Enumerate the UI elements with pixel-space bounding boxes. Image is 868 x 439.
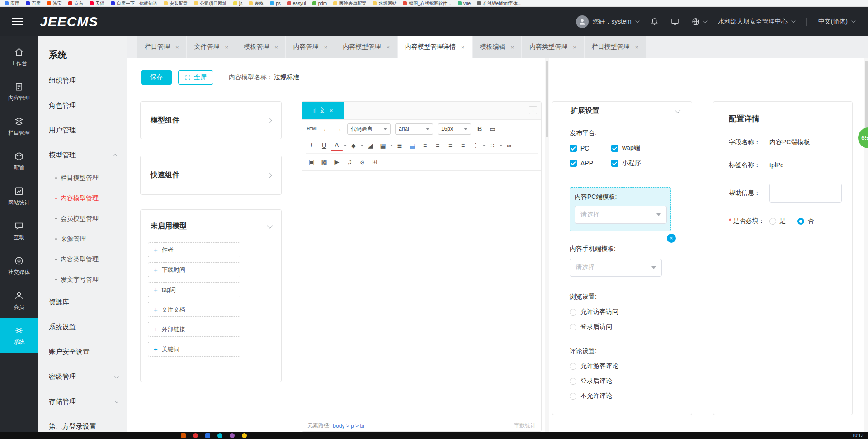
tab-template-mgmt[interactable]: 模板管理× bbox=[236, 36, 285, 58]
menu-item-users[interactable]: 用户管理 bbox=[38, 118, 127, 143]
remove-field-button[interactable]: × bbox=[667, 234, 676, 243]
checkbox-wap[interactable]: wap端 bbox=[611, 144, 653, 152]
add-field-library-doc[interactable]: +文库文档 bbox=[148, 302, 240, 317]
radio-icon[interactable] bbox=[570, 309, 576, 316]
bookmark-item[interactable]: 医院表单配置 bbox=[333, 0, 366, 7]
bookmark-item[interactable]: 安装配置 bbox=[164, 0, 188, 7]
bookmark-item[interactable]: 抠图_在线抠图软件... bbox=[403, 0, 451, 7]
model-components-card[interactable]: 模型组件 bbox=[140, 101, 282, 139]
bookmark-item[interactable]: ps bbox=[270, 0, 281, 7]
image-icon[interactable]: ▣ bbox=[306, 156, 317, 168]
checkbox-app[interactable]: APP bbox=[570, 160, 611, 167]
bookmark-item[interactable]: 自度一下，你就知道 bbox=[111, 0, 157, 7]
checkbox-checked-icon[interactable] bbox=[611, 160, 618, 167]
sidebar-item-stats[interactable]: 网站统计 bbox=[0, 179, 38, 214]
dropdown-caret[interactable] bbox=[483, 145, 486, 146]
taskbar-app-icon[interactable] bbox=[205, 433, 210, 438]
tab-content-mgmt[interactable]: 内容管理× bbox=[286, 36, 335, 58]
tab-content-model-mgmt[interactable]: 内容模型管理× bbox=[335, 36, 397, 58]
sidebar-item-workbench[interactable]: 工作台 bbox=[0, 40, 38, 75]
map-icon[interactable]: ⊞ bbox=[369, 156, 381, 168]
menu-item-column-model[interactable]: 栏目模型管理 bbox=[38, 168, 127, 188]
underline-icon[interactable]: U bbox=[318, 140, 330, 151]
tab-content-model-detail[interactable]: 内容模型管理详情× bbox=[398, 36, 472, 58]
editor-content-area[interactable] bbox=[302, 171, 541, 420]
bookmark-item[interactable]: pdm bbox=[312, 0, 327, 7]
radio-icon[interactable] bbox=[570, 393, 576, 400]
taskbar-app-icon[interactable] bbox=[242, 433, 247, 438]
monitor-icon[interactable] bbox=[670, 17, 679, 26]
bookmark-item[interactable]: 水坝网站 bbox=[373, 0, 396, 7]
menu-item-content-model[interactable]: 内容模型管理 bbox=[38, 188, 127, 208]
sidebar-item-interaction[interactable]: 互动 bbox=[0, 214, 38, 249]
bookmark-item[interactable]: 天猫 bbox=[90, 0, 104, 7]
align-center-icon[interactable]: ≡ bbox=[432, 140, 443, 151]
checkbox-checked-icon[interactable] bbox=[611, 145, 618, 152]
add-editor-tab-button[interactable]: + bbox=[529, 106, 537, 114]
pc-template-select[interactable]: 请选择 bbox=[575, 206, 667, 224]
editor-tab-body-text[interactable]: 正文× bbox=[302, 102, 344, 119]
bookmark-item[interactable]: 表格 bbox=[249, 0, 264, 7]
add-field-external-link[interactable]: +外部链接 bbox=[148, 322, 240, 337]
menu-item-doc-number[interactable]: 发文字号管理 bbox=[38, 269, 127, 290]
sidebar-item-social[interactable]: 社交媒体 bbox=[0, 249, 38, 283]
globe-icon[interactable] bbox=[691, 17, 706, 26]
radio-login-access[interactable]: 登录后访问 bbox=[570, 323, 681, 331]
menu-item-account-security[interactable]: 账户安全设置 bbox=[38, 340, 127, 364]
pc-template-field-selected[interactable]: 内容PC端模板: 请选择 × bbox=[570, 187, 671, 231]
close-icon[interactable]: × bbox=[573, 44, 576, 51]
menu-item-roles[interactable]: 角色管理 bbox=[38, 93, 127, 118]
middle-scrollbar[interactable] bbox=[545, 58, 549, 432]
fullscreen-button[interactable]: 全屏 bbox=[178, 70, 213, 85]
bookmark-item[interactable]: 应用 bbox=[5, 0, 19, 7]
radio-guest-comment[interactable]: 允许游客评论 bbox=[570, 362, 681, 370]
bookmark-item[interactable]: vue bbox=[458, 0, 471, 7]
sidebar-item-member[interactable]: 会员 bbox=[0, 283, 38, 318]
bg-color-icon[interactable]: ◆ bbox=[348, 140, 359, 151]
taskbar-app-icon[interactable] bbox=[217, 433, 222, 438]
help-info-input[interactable] bbox=[769, 184, 842, 203]
italic-icon[interactable]: I bbox=[306, 140, 317, 151]
close-icon[interactable]: × bbox=[324, 44, 328, 51]
language-selector[interactable]: 中文(简体) bbox=[818, 18, 854, 26]
eraser-icon[interactable]: ◪ bbox=[364, 140, 376, 151]
save-button[interactable]: 保存 bbox=[141, 70, 172, 85]
ordered-list-icon[interactable]: ⋮ bbox=[470, 140, 481, 151]
align-right-icon[interactable]: ≡ bbox=[444, 140, 456, 151]
menu-item-storage[interactable]: 存储管理 bbox=[38, 389, 127, 414]
hamburger-menu-icon[interactable] bbox=[12, 16, 23, 27]
extension-settings-header[interactable]: 扩展设置 bbox=[552, 102, 692, 118]
radio-icon[interactable] bbox=[570, 378, 576, 385]
checkbox-checked-icon[interactable] bbox=[570, 145, 577, 152]
sidebar-item-column[interactable]: 栏目管理 bbox=[0, 109, 38, 144]
tab-file-mgmt[interactable]: 文件管理× bbox=[187, 36, 236, 58]
close-icon[interactable]: × bbox=[635, 44, 639, 51]
font-family-select[interactable]: arial bbox=[395, 123, 433, 135]
checkbox-miniprogram[interactable]: 小程序 bbox=[611, 159, 653, 167]
radio-selected-icon[interactable] bbox=[797, 218, 804, 225]
bookmark-item[interactable]: 在线Webfont字体... bbox=[477, 0, 521, 7]
link-icon[interactable]: ∞ bbox=[503, 140, 515, 151]
font-color-icon[interactable]: A bbox=[331, 141, 343, 151]
taskbar-clock[interactable]: 10:13 bbox=[852, 432, 863, 439]
close-icon[interactable]: × bbox=[511, 44, 514, 51]
user-menu[interactable]: 您好，system bbox=[576, 15, 638, 28]
paste-icon[interactable]: ▤ bbox=[406, 140, 418, 151]
menu-item-source[interactable]: 来源管理 bbox=[38, 229, 127, 249]
scrollbar-thumb[interactable] bbox=[865, 61, 868, 137]
unused-models-header[interactable]: 未启用模型 bbox=[141, 210, 281, 242]
table-icon[interactable]: ▦ bbox=[377, 140, 389, 151]
sidebar-item-content[interactable]: 内容管理 bbox=[0, 75, 38, 109]
notification-bell-icon[interactable] bbox=[650, 17, 659, 26]
taskbar-app-icon[interactable] bbox=[193, 433, 198, 438]
preview-icon[interactable]: ▭ bbox=[486, 123, 498, 135]
bold-icon[interactable]: B bbox=[474, 123, 486, 135]
close-icon[interactable]: × bbox=[386, 44, 390, 51]
close-icon[interactable]: × bbox=[274, 44, 278, 51]
menu-item-resource-library[interactable]: 资源库 bbox=[38, 290, 127, 315]
bookmark-item[interactable]: 京东 bbox=[68, 0, 83, 7]
bookmark-item[interactable]: 淘宝 bbox=[47, 0, 62, 7]
add-field-keyword[interactable]: +关键词 bbox=[148, 342, 240, 357]
bookmark-item[interactable]: 百度 bbox=[26, 0, 41, 7]
radio-login-comment[interactable]: 登录后评论 bbox=[570, 377, 681, 385]
